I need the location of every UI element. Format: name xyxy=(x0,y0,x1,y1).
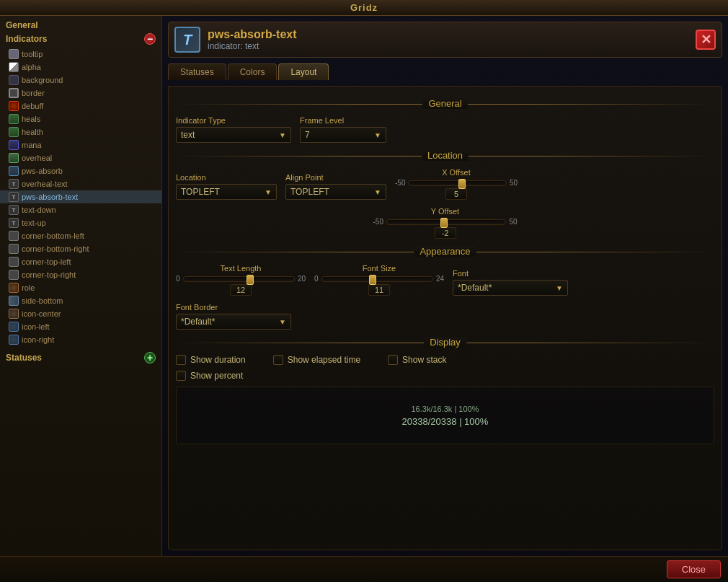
show-stack-checkbox[interactable] xyxy=(388,355,398,365)
sidebar-item-label: text-down xyxy=(22,206,56,214)
x-offset-value[interactable]: 5 xyxy=(445,188,467,200)
text-length-slider-container: 0 20 12 xyxy=(176,275,306,296)
location-select[interactable]: TOPLEFT ▼ xyxy=(176,184,277,200)
sidebar-item-overheal-text[interactable]: T overheal-text xyxy=(0,177,161,190)
sidebar-item-mana[interactable]: mana xyxy=(0,138,161,151)
sidebar-item-pws-absorb-text[interactable]: T pws-absorb-text xyxy=(0,190,161,203)
sidebar-item-debuff[interactable]: debuff xyxy=(0,100,161,113)
font-size-slider-row: 0 24 xyxy=(314,275,444,283)
sidebar-item-icon-left[interactable]: icon-left xyxy=(0,320,161,333)
sidebar-item-text-up[interactable]: T text-up xyxy=(0,216,161,229)
role-icon xyxy=(9,283,19,293)
font-size-slider[interactable] xyxy=(321,276,433,282)
indicators-section-header[interactable]: Indicators − xyxy=(0,32,161,48)
icon-left-icon xyxy=(9,322,19,332)
close-bottom-button[interactable]: Close xyxy=(667,560,721,578)
tab-statuses[interactable]: Statuses xyxy=(168,63,226,80)
sidebar-item-background[interactable]: background xyxy=(0,74,161,87)
text-down-icon: T xyxy=(9,205,19,215)
show-elapsed-item[interactable]: Show elapsed time xyxy=(273,355,360,365)
indicator-type-group: Indicator Type text ▼ xyxy=(176,116,291,143)
x-offset-slider-row: -50 50 xyxy=(395,179,518,187)
show-duration-checkbox[interactable] xyxy=(176,355,186,365)
sidebar-item-corner-bottom-right[interactable]: corner-bottom-right xyxy=(0,242,161,255)
text-length-value[interactable]: 12 xyxy=(230,284,252,296)
font-size-thumb xyxy=(369,275,376,285)
sidebar-item-health[interactable]: health xyxy=(0,125,161,138)
sidebar-item-label: role xyxy=(22,283,35,292)
sidebar-item-border[interactable]: border xyxy=(0,87,161,100)
text-length-min: 0 xyxy=(176,275,180,283)
sidebar-item-side-bottom[interactable]: side-bottom xyxy=(0,294,161,307)
font-border-select[interactable]: *Default* ▼ xyxy=(176,314,291,330)
sidebar-item-pws-absorb[interactable]: pws-absorb xyxy=(0,164,161,177)
x-offset-label: X Offset xyxy=(395,168,518,177)
show-stack-item[interactable]: Show stack xyxy=(388,355,446,365)
border-icon xyxy=(9,88,19,98)
sidebar-item-corner-top-right[interactable]: corner-top-right xyxy=(0,268,161,281)
sidebar-item-text-down[interactable]: T text-down xyxy=(0,203,161,216)
tooltip-icon xyxy=(9,49,19,59)
preview-text-small: 16.3k/16.3k | 100% xyxy=(412,405,479,413)
text-length-label: Text Length xyxy=(221,264,262,273)
sidebar-item-corner-top-left[interactable]: corner-top-left xyxy=(0,255,161,268)
show-duration-label: Show duration xyxy=(190,355,246,365)
y-offset-slider[interactable] xyxy=(386,219,506,225)
text-length-slider-row: 0 20 xyxy=(176,275,306,283)
font-border-form-row: Font Border *Default* ▼ xyxy=(176,303,714,330)
display-row-1: Show duration Show elapsed time Show sta… xyxy=(176,355,714,365)
frame-level-select[interactable]: 7 ▼ xyxy=(300,127,386,143)
sidebar-item-alpha[interactable]: alpha xyxy=(0,61,161,74)
panel-subtitle: indicator: text xyxy=(208,41,297,51)
font-size-min: 0 xyxy=(314,275,319,283)
font-size-slider-container: 0 24 11 xyxy=(314,275,444,296)
show-elapsed-checkbox[interactable] xyxy=(273,355,283,365)
y-offset-value[interactable]: -2 xyxy=(435,227,456,239)
statuses-expand-button[interactable]: + xyxy=(144,352,156,363)
show-duration-item[interactable]: Show duration xyxy=(176,355,246,365)
indicators-collapse-button[interactable]: − xyxy=(144,33,156,45)
close-button[interactable]: ✕ xyxy=(696,30,716,50)
panel-header-text: pws-absorb-text indicator: text xyxy=(208,28,297,51)
indicator-type-select[interactable]: text ▼ xyxy=(176,127,291,143)
sidebar-item-corner-bottom-left[interactable]: corner-bottom-left xyxy=(0,229,161,242)
sidebar-item-icon-center[interactable]: icon-center xyxy=(0,307,161,320)
align-point-select[interactable]: TOPLEFT ▼ xyxy=(285,184,386,200)
sidebar-item-label: alpha xyxy=(22,63,41,71)
x-offset-slider[interactable] xyxy=(408,180,506,186)
sidebar-item-label: corner-bottom-left xyxy=(22,232,84,240)
text-up-icon: T xyxy=(9,218,19,228)
display-section-title: Display xyxy=(424,337,466,348)
sidebar-item-label: mana xyxy=(22,141,42,149)
font-size-value[interactable]: 11 xyxy=(368,284,390,296)
tab-colors[interactable]: Colors xyxy=(228,63,278,80)
location-dropdown-arrow: ▼ xyxy=(265,188,272,196)
sidebar-item-role[interactable]: role xyxy=(0,281,161,294)
sidebar-item-overheal[interactable]: overheal xyxy=(0,151,161,164)
font-label: Font xyxy=(453,269,568,278)
tab-layout[interactable]: Layout xyxy=(278,63,329,80)
text-length-thumb xyxy=(247,275,254,285)
sidebar-item-label: background xyxy=(22,76,63,84)
sidebar-item-label: overheal-text xyxy=(22,180,68,188)
sidebar-item-label: corner-top-left xyxy=(22,257,71,266)
sidebar-item-tooltip[interactable]: tooltip xyxy=(0,48,161,61)
show-percent-checkbox[interactable] xyxy=(176,371,186,381)
indicator-type-dropdown-arrow: ▼ xyxy=(279,131,286,139)
font-dropdown-arrow: ▼ xyxy=(556,284,563,292)
sidebar-item-label: text-up xyxy=(22,219,46,227)
statuses-section-header[interactable]: Statuses + xyxy=(0,350,161,366)
y-offset-slider-container: -50 50 -2 xyxy=(373,218,518,239)
sidebar-item-label: border xyxy=(22,89,45,97)
sidebar-item-icon-right[interactable]: icon-right xyxy=(0,333,161,346)
general-section-header: General xyxy=(0,16,161,32)
font-border-label: Font Border xyxy=(176,303,291,312)
text-length-slider[interactable] xyxy=(183,276,295,282)
sidebar-item-heals[interactable]: heals xyxy=(0,113,161,125)
sidebar-item-label: side-bottom xyxy=(22,296,63,305)
panel-header: T pws-absorb-text indicator: text ✕ xyxy=(168,22,722,58)
font-select[interactable]: *Default* ▼ xyxy=(453,280,568,296)
icon-center-icon xyxy=(9,309,19,319)
show-percent-item[interactable]: Show percent xyxy=(176,371,243,381)
sidebar-item-label: icon-left xyxy=(22,322,50,331)
